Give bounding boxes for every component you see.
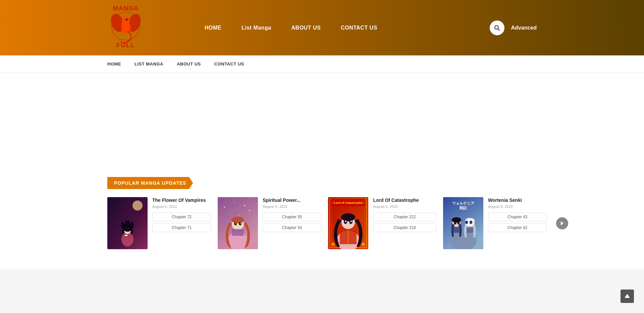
manga-info-spiritual-power: Spiritual Power... August 5, 2022 Chapte… <box>263 197 321 234</box>
svg-point-65 <box>465 221 468 224</box>
svg-point-25 <box>234 202 235 203</box>
logo-icon: MANGA FULL <box>107 4 144 51</box>
header-nav-about-us[interactable]: ABOUT US <box>291 25 321 31</box>
svg-text:ウォルテニア: ウォルテニア <box>452 201 474 205</box>
svg-line-10 <box>498 29 500 31</box>
search-button[interactable] <box>490 20 504 35</box>
svg-point-29 <box>221 217 221 218</box>
manga-card-lord-catastrophe: Lord of Catastrophe <box>328 197 436 249</box>
svg-text:戦記: 戦記 <box>459 206 467 210</box>
manga-chapter-55[interactable]: Chapter 55 <box>263 213 321 221</box>
svg-point-5 <box>126 18 128 20</box>
popular-manga-title: POPULAR MANGA UPDATES <box>107 177 193 189</box>
svg-text:MANGA: MANGA <box>113 5 139 12</box>
svg-marker-73 <box>561 221 564 225</box>
manga-info-lord-catastrophe: Lord Of Catastrophe August 5, 2022 Chapt… <box>373 197 436 234</box>
manga-title-spiritual-power: Spiritual Power... <box>263 197 321 203</box>
svg-point-20 <box>124 227 131 232</box>
svg-point-28 <box>249 210 250 211</box>
manga-info-wortenia-senki: Wortenia Senki August 5, 2022 Chapter 43… <box>488 197 547 234</box>
svg-point-6 <box>127 19 127 19</box>
search-area: Advanced <box>490 20 537 35</box>
advanced-button[interactable]: Advanced <box>511 25 537 31</box>
manga-title-wortenia-senki: Wortenia Senki <box>488 197 547 203</box>
svg-point-26 <box>244 205 245 206</box>
secondary-nav-home[interactable]: HOME <box>107 61 121 66</box>
banner-area <box>0 73 644 167</box>
secondary-nav-about-us[interactable]: ABOUT US <box>177 61 201 66</box>
svg-point-35 <box>234 222 237 225</box>
svg-text:Lord of Catastrophe: Lord of Catastrophe <box>334 201 363 205</box>
header-nav: HOME List Manga ABOUT US CONTACT US <box>205 25 490 31</box>
svg-point-55 <box>345 221 346 222</box>
manga-cover-lord-catastrophe[interactable]: Lord of Catastrophe <box>328 197 368 249</box>
svg-point-38 <box>240 223 241 224</box>
header-nav-contact-us[interactable]: CONTACT US <box>341 25 377 31</box>
next-button[interactable] <box>556 217 568 229</box>
svg-rect-15 <box>125 221 130 227</box>
manga-card-spiritual-power: Spiritual Power... August 5, 2022 Chapte… <box>218 197 321 249</box>
svg-point-47 <box>362 242 365 246</box>
header-nav-home[interactable]: HOME <box>205 25 221 31</box>
manga-cover-spiritual-power[interactable] <box>218 197 258 249</box>
svg-point-4 <box>122 16 130 25</box>
svg-rect-17 <box>131 222 133 227</box>
svg-point-9 <box>495 26 498 29</box>
svg-rect-39 <box>232 229 244 236</box>
svg-rect-16 <box>121 222 124 227</box>
secondary-nav: HOME LIST MANGA ABOUT US CONTACT US <box>0 55 644 73</box>
manga-date-lord-catastrophe: August 5, 2022 <box>373 205 436 209</box>
svg-point-34 <box>231 217 244 223</box>
svg-point-66 <box>470 221 472 224</box>
svg-point-37 <box>235 223 236 224</box>
chevron-right-icon <box>560 221 565 226</box>
manga-date-flower-vampires: August 5, 2022 <box>152 205 211 209</box>
manga-chapter-54[interactable]: Chapter 54 <box>263 223 321 232</box>
manga-title-flower-vampires: The Flower Of Vampires <box>152 197 211 203</box>
manga-info-flower-vampires: The Flower Of Vampires August 5, 2022 Ch… <box>152 197 211 234</box>
svg-point-69 <box>454 222 456 225</box>
svg-text:FULL: FULL <box>116 42 136 49</box>
manga-chapter-72[interactable]: Chapter 72 <box>152 213 211 221</box>
svg-point-24 <box>224 207 225 208</box>
manga-cover-wortenia-senki[interactable]: ウォルテニア 戦記 <box>443 197 483 249</box>
manga-chapter-218[interactable]: Chapter 218 <box>373 223 436 232</box>
svg-point-52 <box>341 213 355 221</box>
manga-date-spiritual-power: August 5, 2022 <box>263 205 321 209</box>
manga-date-wortenia-senki: August 5, 2022 <box>488 205 547 209</box>
secondary-nav-contact-us[interactable]: CONTACT US <box>214 61 244 66</box>
manga-grid: The Flower Of Vampires August 5, 2022 Ch… <box>107 197 537 249</box>
secondary-nav-list-manga[interactable]: LIST MANGA <box>135 61 163 66</box>
logo-area[interactable]: MANGA FULL <box>107 4 144 51</box>
manga-chapter-42[interactable]: Chapter 42 <box>488 223 547 232</box>
svg-rect-71 <box>453 227 460 233</box>
svg-point-30 <box>239 215 240 216</box>
header: MANGA FULL HOME List Manga ABOUT US CONT… <box>0 0 644 55</box>
search-icon <box>494 25 500 31</box>
manga-card-flower-vampires: The Flower Of Vampires August 5, 2022 Ch… <box>107 197 211 249</box>
manga-chapter-43[interactable]: Chapter 43 <box>488 213 547 221</box>
svg-point-54 <box>349 220 353 224</box>
svg-rect-72 <box>467 227 473 233</box>
svg-point-27 <box>229 214 230 215</box>
manga-chapter-222[interactable]: Chapter 222 <box>373 213 436 221</box>
svg-point-36 <box>239 222 241 225</box>
svg-point-46 <box>331 242 335 246</box>
svg-point-13 <box>132 200 143 211</box>
manga-title-lord-catastrophe: Lord Of Catastrophe <box>373 197 436 203</box>
svg-point-70 <box>457 222 460 225</box>
manga-cover-flower-vampires[interactable] <box>107 197 148 249</box>
section-header: POPULAR MANGA UPDATES <box>107 177 193 189</box>
svg-point-68 <box>452 217 461 223</box>
svg-rect-21 <box>125 235 127 236</box>
main-content: POPULAR MANGA UPDATES <box>0 167 644 269</box>
svg-point-53 <box>344 220 347 224</box>
svg-point-56 <box>351 221 352 222</box>
svg-point-31 <box>254 220 255 221</box>
manga-card-wortenia-senki: ウォルテニア 戦記 <box>443 197 547 249</box>
header-nav-list-manga[interactable]: List Manga <box>241 25 271 31</box>
manga-chapter-71[interactable]: Chapter 71 <box>152 223 211 232</box>
